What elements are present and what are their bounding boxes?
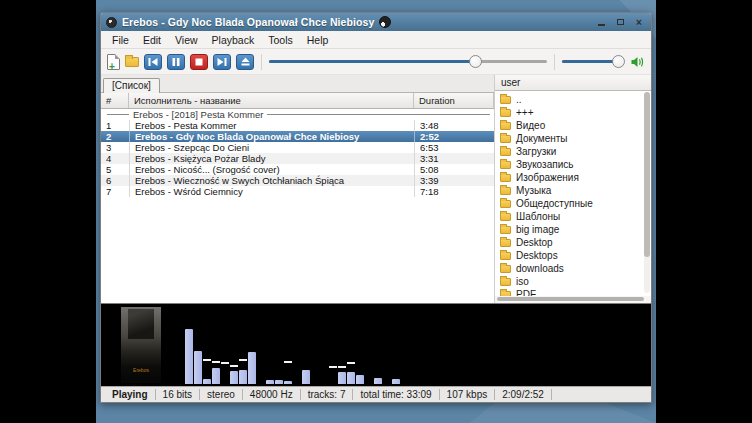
column-header-title[interactable]: Исполнитель - название: [129, 93, 414, 108]
track-number: 6: [101, 175, 129, 186]
spectrum-band: [374, 306, 382, 384]
volume-handle[interactable]: [612, 55, 625, 68]
spectrum-band: [239, 306, 247, 384]
menubar: File Edit View Playback Tools Help: [101, 31, 651, 49]
folder-list: .. +++ Видео Документы: [495, 91, 651, 296]
stop-button[interactable]: [190, 54, 208, 70]
next-button[interactable]: [213, 54, 231, 70]
folder-icon: [500, 200, 511, 208]
folder-item[interactable]: Загрузки: [495, 145, 651, 158]
column-header-num[interactable]: #: [101, 93, 129, 108]
folder-item[interactable]: +++: [495, 106, 651, 119]
group-title: Erebos - [2018] Pesta Kommer: [133, 109, 263, 120]
track-row[interactable]: 3 Erebos - Szepcąc Do Cieni 6:53: [101, 142, 494, 153]
open-file-button[interactable]: [107, 54, 120, 70]
menu-item[interactable]: Help: [300, 33, 336, 47]
volume-slider[interactable]: [562, 55, 624, 69]
folder-name: Загрузки: [516, 146, 556, 157]
pause-button[interactable]: [167, 54, 185, 70]
track-duration: 3:39: [414, 175, 494, 186]
folder-icon: [500, 213, 511, 221]
track-row[interactable]: 1 Erebos - Pesta Kommer 3:48: [101, 120, 494, 131]
maximize-button[interactable]: [613, 16, 627, 28]
folder-name: Desktops: [516, 250, 558, 261]
playlist-tab[interactable]: [Список]: [103, 78, 160, 93]
folder-item[interactable]: ..: [495, 93, 651, 106]
track-number: 2: [101, 131, 129, 142]
seek-slider[interactable]: [269, 55, 547, 69]
folder-icon: [500, 109, 511, 117]
folder-item[interactable]: Документы: [495, 132, 651, 145]
album-group-header: Erebos - [2018] Pesta Kommer: [101, 109, 494, 120]
spectrum-band: [185, 306, 193, 384]
vertical-scrollbar[interactable]: [644, 92, 650, 293]
eject-icon: [241, 57, 250, 66]
titlebar[interactable]: Erebos - Gdy Noc Blada Opanował Chce Nie…: [101, 13, 651, 31]
spectrum-band: [212, 306, 220, 384]
seek-fill: [269, 60, 475, 63]
player-window: Erebos - Gdy Noc Blada Opanował Chce Nie…: [100, 12, 652, 403]
folder-item[interactable]: Desktops: [495, 249, 651, 262]
minimize-button[interactable]: [594, 16, 608, 28]
add-folder-button[interactable]: [125, 54, 139, 70]
menu-item[interactable]: Tools: [261, 33, 300, 47]
vertical-scrollbar-thumb[interactable]: [644, 92, 650, 257]
menu-item[interactable]: File: [105, 33, 136, 47]
track-duration: 3:48: [414, 120, 494, 131]
status-segment: 2:09/2:52: [495, 389, 552, 400]
spectrum-band: [230, 306, 238, 384]
folder-name: Desktop: [516, 237, 553, 248]
folder-item[interactable]: Музыка: [495, 184, 651, 197]
previous-button[interactable]: [144, 54, 162, 70]
spectrum-band: [329, 306, 337, 384]
folder-item[interactable]: PDF: [495, 288, 651, 296]
column-header-duration[interactable]: Duration: [414, 93, 494, 108]
spectrum-band: [365, 306, 373, 384]
folder-item[interactable]: Изображения: [495, 171, 651, 184]
folder-item[interactable]: iso: [495, 275, 651, 288]
seek-handle[interactable]: [469, 55, 482, 68]
horizontal-scrollbar[interactable]: [495, 296, 651, 303]
eject-button[interactable]: [236, 54, 254, 70]
folder-name: Документы: [516, 133, 568, 144]
horizontal-scrollbar-thumb[interactable]: [497, 297, 644, 301]
playlist-pane: [Список] # Исполнитель - название Durati…: [101, 75, 495, 303]
folder-item[interactable]: Видео: [495, 119, 651, 132]
track-row[interactable]: 7 Erebos - Wśród Ciemnicy 7:18: [101, 186, 494, 197]
file-browser-header[interactable]: user: [495, 75, 651, 91]
folder-item[interactable]: downloads: [495, 262, 651, 275]
track-row[interactable]: 6 Erebos - Wieczność w Swych Otchłaniach…: [101, 175, 494, 186]
spectrum-band: [392, 306, 400, 384]
previous-icon: [148, 58, 158, 66]
folder-name: PDF: [516, 289, 536, 296]
menu-item[interactable]: Edit: [136, 33, 168, 47]
folder-name: Звукозапись: [516, 159, 573, 170]
window-title: Erebos - Gdy Noc Blada Opanował Chce Nie…: [122, 16, 374, 28]
toolbar-separator: [554, 54, 555, 70]
close-button[interactable]: ×: [632, 16, 646, 28]
folder-item[interactable]: Общедоступные: [495, 197, 651, 210]
next-icon: [217, 58, 227, 66]
visualization-area: Erebos: [101, 303, 651, 386]
track-row[interactable]: 4 Erebos - Księżyca Pożar Blady 3:31: [101, 153, 494, 164]
status-segment: 107 kbps: [440, 389, 496, 400]
status-segment: stereo: [200, 389, 243, 400]
menu-item[interactable]: View: [168, 33, 205, 47]
folder-item[interactable]: big image: [495, 223, 651, 236]
folder-item[interactable]: Звукозапись: [495, 158, 651, 171]
track-number: 3: [101, 142, 129, 153]
folder-name: Шаблоны: [516, 211, 560, 222]
folder-name: Видео: [516, 120, 545, 131]
volume-fill: [562, 60, 618, 63]
menu-item[interactable]: Playback: [205, 33, 262, 47]
spectrum-band: [338, 306, 346, 384]
folder-icon: [500, 252, 511, 260]
track-duration: 6:53: [414, 142, 494, 153]
folder-item[interactable]: Шаблоны: [495, 210, 651, 223]
track-row[interactable]: 5 Erebos - Nicość... (Srogość cover) 5:0…: [101, 164, 494, 175]
folder-icon: [125, 57, 139, 67]
track-row[interactable]: 2 Erebos - Gdy Noc Blada Opanował Chce N…: [101, 131, 494, 142]
spectrum-band: [221, 306, 229, 384]
folder-item[interactable]: Desktop: [495, 236, 651, 249]
track-number: 7: [101, 186, 129, 197]
